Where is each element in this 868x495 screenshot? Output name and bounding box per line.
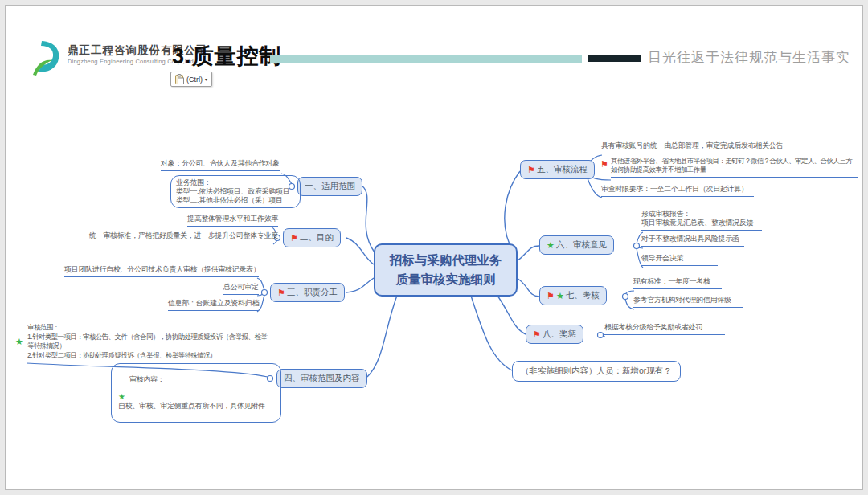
note-purpose-efficiency[interactable]: 提高整体管理水平和工作效率 (187, 215, 278, 227)
flag-icon: ⚑ (527, 166, 535, 174)
topic-label: 三、职责分工 (287, 287, 338, 298)
note-title: 审核内容： (118, 375, 276, 384)
note-purpose-standards[interactable]: 统一审核标准，严格把好质量关，进一步提升公司整体专业度 (89, 231, 278, 243)
star-icon: ★ (118, 393, 125, 401)
topic-label: 一、适用范围 (305, 181, 355, 192)
flag-icon: ⚑ (533, 330, 541, 339)
note-process-time-limit[interactable]: 审查时限要求：一至二个工作日（次日起计算） (601, 185, 754, 197)
accent-bar-teal (270, 55, 582, 63)
note-scope-business-range[interactable]: 业务范围： 类型一.依法必招项目、政府采购项目 类型二.其他非依法必招（采）项目 (170, 175, 301, 208)
accent-bar-black (588, 55, 641, 62)
paste-button-label: (Ctrl) (186, 76, 203, 84)
flag-icon: ⚑ (290, 234, 298, 243)
page-title: 3.质量控制 (172, 42, 282, 71)
topic-audit-scope-content[interactable]: 四、审核范围及内容 (276, 369, 367, 388)
topic-rewards-punishments[interactable]: ⚑ 八、奖惩 (526, 325, 583, 344)
company-logo (29, 39, 64, 77)
chevron-down-icon: ▾ (205, 76, 207, 82)
note-opinion-leader-meeting[interactable]: 领导开会决策 (641, 254, 718, 266)
topic-assessment[interactable]: ⚑ ★ 七、考核 (539, 286, 607, 305)
clipboard-icon (175, 74, 184, 84)
note-assess-standard[interactable]: 现有标准：一年度一考核 (633, 277, 722, 289)
star-icon: ★ (556, 292, 564, 301)
topic-responsibilities[interactable]: ⚑ 三、职责分工 (270, 283, 345, 302)
note-process-accounts[interactable]: 具有审核账号的统一由总部管理，审定完成后发布相关公告 (601, 141, 786, 153)
topic-label: （非实施细则内容）人员：新增or现有？ (521, 366, 672, 377)
slide-canvas: 鼎正工程咨询股份有限公司 Dingzheng Engineering Consu… (0, 0, 868, 495)
note-reward-penalty[interactable]: 根据考核分级给予奖励或者处罚 (604, 323, 725, 335)
paste-options-button[interactable]: (Ctrl) ▾ (170, 72, 212, 87)
central-topic[interactable]: 招标与采购代理业务 质量审核实施细则 (374, 243, 518, 297)
note-audit-content[interactable]: 审核内容： ★ 自校、审核、审定侧重点有所不同，具体见附件 (111, 363, 281, 423)
topic-purpose[interactable]: ⚑ 二、目的 (283, 228, 341, 248)
note-opinion-risk-letter[interactable]: 对于不整改情况出具风险提示函 (641, 235, 744, 247)
topic-label: 二、目的 (300, 232, 334, 243)
topic-non-rule-personnel[interactable]: （非实施细则内容）人员：新增or现有？ (512, 361, 681, 382)
star-icon: ★ (547, 241, 555, 250)
star-icon: ★ (15, 338, 23, 346)
topic-label: 七、考核 (566, 290, 600, 301)
topic-label: 八、奖惩 (542, 329, 576, 340)
topic-audit-process[interactable]: ⚑ 五、审核流程 (520, 160, 595, 179)
note-resp-project-team[interactable]: 项目团队进行自校、分公司技术负责人审核（提供审核记录表） (64, 265, 259, 277)
flag-icon: ⚑ (277, 288, 285, 297)
note-opinion-report[interactable]: 形成审核报告： 项目审核意见汇总表、整改情况反馈 (641, 210, 762, 231)
flag-icon: ⚑ (547, 292, 555, 301)
slide-tagline: 目光往返于法律规范与生活事实 (648, 48, 850, 67)
topic-label: 五、审核流程 (537, 164, 588, 175)
note-process-platforms[interactable]: 其他进省外平台、省内地县市平台项目：走钉钉？微信？合伙人、审定人、合伙人三方 如… (611, 157, 858, 178)
note-assess-credit-rating[interactable]: 参考官方机构对代理的信用评级 (633, 296, 743, 308)
topic-scope[interactable]: 一、适用范围 (297, 177, 362, 196)
topic-audit-opinions[interactable]: ★ 六、审核意见 (539, 235, 614, 255)
note-audit-range[interactable]: 审核范围： 1.针对类型一项目：审核公告、文件（含合同），协协助处理质疑投诉（含… (27, 323, 288, 360)
flag-icon: ⚑ (600, 160, 608, 169)
note-resp-head-office[interactable]: 总公司审定 (223, 283, 259, 295)
note-resp-info-dept[interactable]: 信息部：台账建立及资料归档 (168, 299, 259, 311)
note-scope-objects[interactable]: 对象：分公司、合伙人及其他合作对象 (161, 159, 280, 171)
note-body: ★ 自校、审核、审定侧重点有所不同，具体见附件 (118, 393, 276, 411)
topic-label: 四、审核范围及内容 (284, 373, 360, 384)
topic-label: 六、审核意见 (556, 239, 607, 251)
